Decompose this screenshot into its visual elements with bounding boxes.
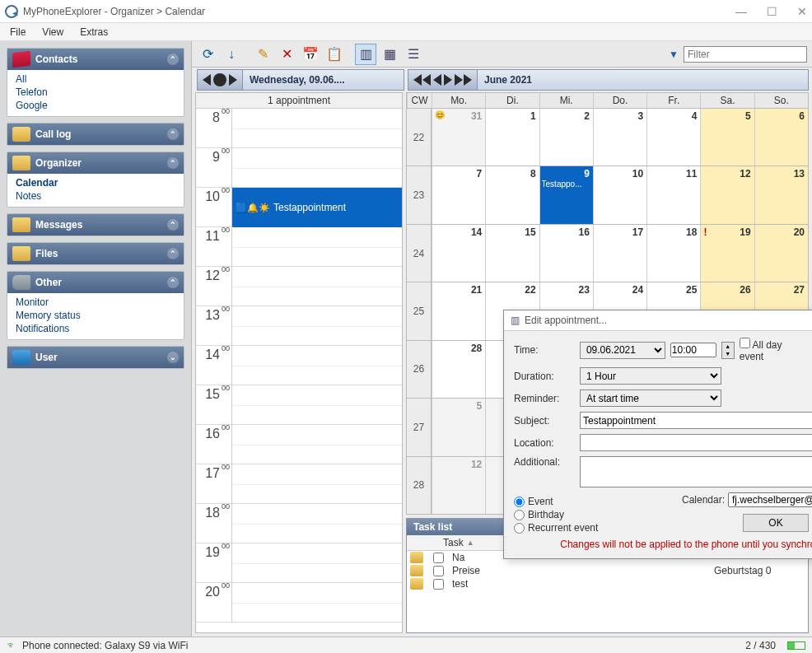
sidebar-item-all[interactable]: All: [16, 73, 175, 85]
month-cell[interactable]: 31😊: [432, 109, 485, 166]
month-cell[interactable]: 19!: [700, 225, 754, 282]
filter-input[interactable]: [684, 46, 807, 63]
hour-row[interactable]: 1400: [196, 346, 402, 385]
day-nav-bar: Wednesday, 09.06....: [197, 69, 404, 91]
menu-extras[interactable]: Extras: [73, 25, 114, 40]
menu-file[interactable]: File: [3, 25, 32, 40]
hour-row[interactable]: 2000: [196, 583, 402, 623]
additional-input[interactable]: [580, 456, 812, 487]
task-row[interactable]: PreiseGeburtstag 0: [407, 564, 808, 577]
delete-button[interactable]: ✕: [276, 44, 297, 65]
month-cell[interactable]: 9Testappo...: [539, 166, 593, 223]
month-cell[interactable]: 20: [754, 225, 808, 282]
month-cell[interactable]: 10: [593, 166, 646, 223]
date-field[interactable]: 09.06.2021: [580, 342, 665, 359]
hour-row[interactable]: 1000🟦🔔☀️Testappointment: [196, 188, 402, 227]
next-day-button[interactable]: [229, 74, 237, 86]
month-cell[interactable]: 28: [432, 341, 485, 398]
sidebar-messages-header[interactable]: Messages ⌃: [7, 214, 184, 236]
time-field[interactable]: [670, 343, 716, 357]
hour-row[interactable]: 1900: [196, 543, 402, 583]
day-scroll[interactable]: 8009001000🟦🔔☀️Testappointment11001200130…: [196, 109, 402, 632]
hour-row[interactable]: 1600: [196, 425, 402, 464]
new-event-button[interactable]: 📅: [300, 44, 321, 65]
appointment[interactable]: 🟦🔔☀️Testappointment: [232, 188, 402, 227]
sidebar-item-calendar[interactable]: Calendar: [16, 177, 175, 189]
month-cell[interactable]: 17: [593, 225, 646, 282]
view-day-button[interactable]: ▥: [355, 44, 376, 65]
month-cell[interactable]: 14: [432, 225, 485, 282]
ok-button[interactable]: OK: [743, 514, 809, 532]
radio-birthday[interactable]: [514, 510, 525, 520]
duration-select[interactable]: 1 Hour: [580, 367, 721, 385]
view-list-button[interactable]: ☰: [403, 44, 424, 65]
prev-year-button[interactable]: [413, 74, 431, 86]
calendar-select[interactable]: fj.wechselberger@gmail: [728, 492, 812, 507]
task-checkbox[interactable]: [433, 553, 444, 563]
sidebar-item-google[interactable]: Google: [16, 100, 175, 111]
month-cell[interactable]: 12: [432, 457, 485, 514]
month-cell[interactable]: 1: [485, 109, 539, 166]
time-spinner[interactable]: ▲▼: [721, 342, 735, 359]
sidebar-organizer-header[interactable]: Organizer ⌃: [7, 152, 184, 174]
sidebar-item-memory[interactable]: Memory status: [16, 310, 175, 321]
sidebar-other-header[interactable]: Other ⌃: [7, 272, 184, 293]
download-button[interactable]: ↓: [221, 44, 242, 65]
radio-event[interactable]: [514, 497, 525, 507]
subject-input[interactable]: [580, 412, 812, 429]
month-cell[interactable]: 8: [485, 166, 539, 223]
menu-view[interactable]: View: [35, 25, 70, 40]
month-cell[interactable]: 12: [700, 166, 754, 223]
prev-month-button[interactable]: [433, 74, 441, 86]
next-month-button[interactable]: [444, 74, 452, 86]
close-button[interactable]: ✕: [797, 5, 807, 18]
month-cell[interactable]: 15: [485, 225, 539, 282]
month-cell[interactable]: 5: [700, 109, 754, 166]
hour-row[interactable]: 1700: [196, 464, 402, 504]
new-task-button[interactable]: 📋: [324, 44, 345, 65]
sidebar-contacts-header[interactable]: Contacts ⌃: [7, 49, 184, 70]
month-cell[interactable]: 21: [432, 282, 485, 339]
prev-day-button[interactable]: [203, 74, 211, 86]
today-button[interactable]: [213, 73, 226, 86]
month-cell[interactable]: 16: [539, 225, 593, 282]
month-cell[interactable]: 13: [754, 166, 808, 223]
sidebar-calllog-header[interactable]: Call log ⌃: [7, 124, 184, 145]
sidebar-user-header[interactable]: User ⌄: [7, 347, 184, 368]
month-cell[interactable]: 11: [646, 166, 700, 223]
task-row[interactable]: test: [407, 577, 808, 590]
month-cell[interactable]: 3: [593, 109, 646, 166]
allday-checkbox[interactable]: [740, 338, 750, 348]
sidebar-item-notes[interactable]: Notes: [16, 190, 175, 202]
month-cell[interactable]: 2: [539, 109, 593, 166]
task-checkbox[interactable]: [433, 566, 444, 576]
sync-button[interactable]: ⟳: [197, 44, 218, 65]
view-week-button[interactable]: ▦: [379, 44, 400, 65]
edit-button[interactable]: ✎: [252, 44, 273, 65]
minimize-button[interactable]: —: [735, 5, 747, 18]
lbl-time: Time:: [514, 344, 575, 356]
sidebar-item-notifications[interactable]: Notifications: [16, 323, 175, 334]
hour-row[interactable]: 1200: [196, 267, 402, 306]
maximize-button[interactable]: ☐: [767, 5, 777, 18]
month-cell[interactable]: 5: [432, 399, 485, 455]
hour-row[interactable]: 1100: [196, 227, 402, 267]
sidebar-files-header[interactable]: Files ⌃: [7, 243, 184, 264]
next-year-button[interactable]: [455, 74, 472, 86]
reminder-select[interactable]: At start time: [580, 389, 721, 407]
radio-recurrent[interactable]: [514, 523, 525, 534]
location-input[interactable]: [580, 434, 812, 451]
status-count: 2 / 430: [745, 640, 776, 651]
month-cell[interactable]: 7: [432, 166, 485, 223]
month-cell[interactable]: 18: [646, 225, 700, 282]
hour-row[interactable]: 1800: [196, 504, 402, 543]
hour-row[interactable]: 1300: [196, 306, 402, 346]
hour-row[interactable]: 1500: [196, 385, 402, 425]
sidebar-item-telefon[interactable]: Telefon: [16, 86, 175, 98]
hour-row[interactable]: 900: [196, 148, 402, 188]
sidebar-item-monitor[interactable]: Monitor: [16, 296, 175, 308]
hour-row[interactable]: 800: [196, 109, 402, 148]
month-cell[interactable]: 6: [754, 109, 808, 166]
task-checkbox[interactable]: [433, 579, 444, 590]
month-cell[interactable]: 4: [646, 109, 700, 166]
